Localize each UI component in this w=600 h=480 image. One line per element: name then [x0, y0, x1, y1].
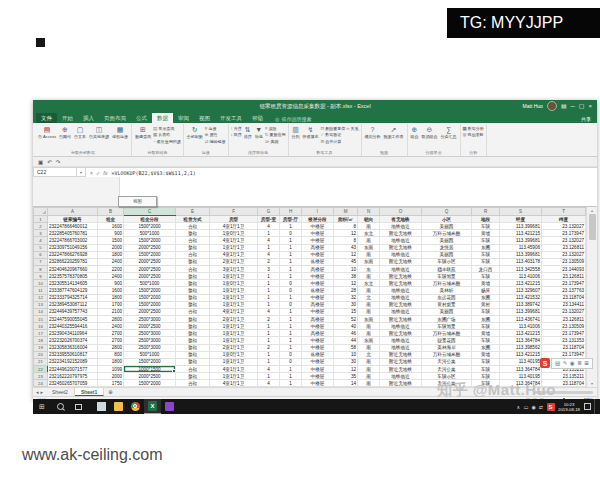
cell[interactable]: 南: [358, 251, 380, 258]
cell[interactable]: 合租: [176, 308, 210, 315]
row-header[interactable]: 13: [34, 301, 48, 308]
row-header[interactable]: 16: [34, 323, 48, 330]
cell[interactable]: 0: [280, 358, 302, 365]
row-header[interactable]: 24: [34, 380, 48, 387]
cell[interactable]: 23.126811: [542, 315, 586, 322]
cell[interactable]: 4: [258, 308, 280, 315]
cell[interactable]: 113.364784: [500, 365, 542, 372]
cell[interactable]: 南: [358, 330, 380, 337]
cell[interactable]: 东南: [358, 315, 380, 322]
cell[interactable]: 车陂: [472, 323, 500, 330]
cell[interactable]: 232247866276928: [48, 251, 98, 258]
ribbon-button[interactable]: ▤自 Access: [37, 124, 57, 140]
cell[interactable]: 车陂: [472, 337, 500, 344]
header-cell[interactable]: 链家编号: [48, 216, 98, 223]
tray-icon[interactable]: ◉: [531, 404, 535, 410]
cell[interactable]: 2200: [98, 265, 124, 272]
share-button[interactable]: 共享: [575, 114, 597, 123]
cell[interactable]: 58: [334, 344, 358, 351]
cell[interactable]: 4: [258, 365, 280, 372]
cell[interactable]: 黄埔: [472, 351, 500, 358]
cell[interactable]: 车陂: [472, 273, 500, 280]
cell[interactable]: 113.398562: [500, 344, 542, 351]
cell[interactable]: 232449620071577: [48, 365, 98, 372]
add-sheet-icon[interactable]: ⊕: [104, 388, 117, 396]
cell[interactable]: 113.421215: [500, 330, 542, 337]
cell[interactable]: 南: [358, 358, 380, 365]
row-header[interactable]: 19: [34, 344, 48, 351]
cell[interactable]: 1: [280, 265, 302, 272]
cell[interactable]: 车陂: [472, 373, 500, 380]
column-header[interactable]: I: [302, 208, 334, 216]
header-cell[interactable]: 租赁方式: [176, 216, 210, 223]
cell[interactable]: 113.399681: [500, 308, 542, 315]
column-header[interactable]: T: [542, 208, 586, 216]
cell[interactable]: 1室0厅1卫: [210, 351, 258, 358]
cell[interactable]: 整租: [176, 294, 210, 301]
tray-icon[interactable]: ⇄: [539, 404, 543, 410]
cell[interactable]: 地铁临近: [380, 237, 422, 244]
cell[interactable]: 东: [358, 265, 380, 272]
column-header[interactable]: S: [500, 208, 542, 216]
cell[interactable]: 中楼层: [302, 294, 334, 301]
cell[interactable]: 中楼层: [302, 308, 334, 315]
cell[interactable]: 4室1厅1卫: [210, 251, 258, 258]
formula-input[interactable]: =VLOOKUP(B22,$V$3:$W$11,2,1): [111, 167, 597, 177]
cell[interactable]: 3: [258, 265, 280, 272]
cell[interactable]: 113.421532: [500, 294, 542, 301]
cell[interactable]: 45: [334, 258, 358, 265]
cell[interactable]: 4室1厅1卫: [210, 365, 258, 372]
cell[interactable]: 30: [334, 358, 358, 365]
cell[interactable]: 900: [98, 230, 124, 237]
ribbon-button[interactable]: ◫自其他来源: [88, 124, 110, 140]
cell[interactable]: 附近无地铁: [380, 301, 422, 308]
cell[interactable]: 穗丰联苑: [422, 265, 472, 272]
cell[interactable]: 车陂: [472, 237, 500, 244]
sogou-logo-icon[interactable]: S: [540, 358, 550, 368]
ribbon-button[interactable]: ⊕自网站: [58, 124, 72, 140]
cell[interactable]: 2500*3000: [124, 337, 176, 344]
cell[interactable]: 1750: [98, 380, 124, 387]
row-header[interactable]: 23: [34, 373, 48, 380]
cell[interactable]: 美丽园: [422, 237, 472, 244]
cell[interactable]: 1室0厅1卫: [210, 230, 258, 237]
cell[interactable]: 南: [358, 223, 380, 230]
cell[interactable]: 232234192152089: [48, 358, 98, 365]
cell[interactable]: 高楼层: [302, 265, 334, 272]
cell[interactable]: 1: [280, 308, 302, 315]
maximize-icon[interactable]: ▢: [579, 102, 585, 110]
cell[interactable]: 高楼层: [302, 244, 334, 251]
header-cell[interactable]: 房型: [210, 216, 258, 223]
cell[interactable]: 1500*2000: [124, 237, 176, 244]
cell[interactable]: 东北: [358, 230, 380, 237]
ribbon-button[interactable]: ▥分列: [291, 124, 301, 140]
cell[interactable]: 车陂小区: [422, 258, 472, 265]
cell[interactable]: 30: [334, 301, 358, 308]
cell[interactable]: 1: [258, 230, 280, 237]
header-cell[interactable]: 纬度: [542, 216, 586, 223]
row-header[interactable]: 3: [34, 230, 48, 237]
cell[interactable]: 北: [358, 294, 380, 301]
cell[interactable]: 232309751049156: [48, 244, 98, 251]
ribbon-button[interactable]: ⇄编辑链接: [205, 138, 226, 145]
cell[interactable]: 232447590055045: [48, 315, 98, 322]
cell[interactable]: 杨箕: [472, 287, 500, 294]
cell[interactable]: 52: [334, 315, 358, 322]
cell[interactable]: 23.130509: [542, 323, 586, 330]
cell[interactable]: 整租: [176, 287, 210, 294]
ribbon-button[interactable]: ∑分类汇总: [440, 124, 458, 140]
cell[interactable]: 整租: [176, 358, 210, 365]
cell[interactable]: 万科云城米酷: [422, 351, 472, 358]
cell[interactable]: 合租: [176, 251, 210, 258]
cell[interactable]: 8: [334, 223, 358, 230]
cell[interactable]: 低楼层: [302, 258, 334, 265]
cell[interactable]: 1: [258, 323, 280, 330]
cell[interactable]: 4: [258, 223, 280, 230]
cell[interactable]: 1: [258, 294, 280, 301]
cell[interactable]: 2000*2500: [124, 323, 176, 330]
cell[interactable]: 4室1厅1卫: [210, 380, 258, 387]
cell[interactable]: 1500: [98, 237, 124, 244]
cell[interactable]: 中楼层: [302, 251, 334, 258]
cell[interactable]: 整租: [176, 301, 210, 308]
header-cell[interactable]: 租金分段: [124, 216, 176, 223]
